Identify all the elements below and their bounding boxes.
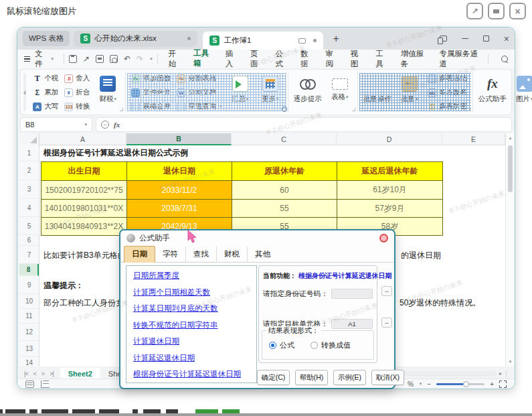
target-cell-input[interactable]: A1 xyxy=(331,319,373,329)
col-header-a[interactable]: A xyxy=(39,133,126,145)
dialog-titlebar[interactable]: 公式助手 xyxy=(120,230,394,245)
col-header-e[interactable]: E xyxy=(442,133,505,145)
col-header-c[interactable]: C xyxy=(232,133,337,145)
ribbon-item-caishui[interactable]: 财税▾ xyxy=(96,74,120,104)
ok-button[interactable]: 确定(C) xyxy=(257,370,290,385)
table-cell[interactable]: 60 xyxy=(232,181,337,200)
row-header[interactable]: 11 xyxy=(19,309,39,324)
row-header[interactable]: 7 xyxy=(19,246,39,264)
table-header-cell[interactable]: 退休日期 xyxy=(127,162,232,181)
scroll-right-icon[interactable]: ▸ xyxy=(499,370,502,376)
range-picker-button[interactable]: – xyxy=(381,286,392,296)
ribbon-item-merge-tables[interactable]: 表格合并 xyxy=(131,102,171,111)
table-cell[interactable]: 61岁10月 xyxy=(337,181,443,200)
menu-vas[interactable]: 增值服务 xyxy=(400,46,429,72)
row-header[interactable]: 6 xyxy=(19,235,39,246)
table-header-cell[interactable]: 出生日期 xyxy=(41,162,127,181)
row-header-selected[interactable]: 8 xyxy=(19,264,39,276)
chevron-down-icon[interactable]: ▾ xyxy=(420,381,422,387)
zoom-out-button[interactable]: − xyxy=(427,380,431,388)
sheet-tab-sheet2[interactable]: Sheet2 xyxy=(60,368,100,380)
search-icon[interactable] xyxy=(501,56,508,63)
zoom-slider[interactable] xyxy=(436,383,484,385)
function-link[interactable]: 计算某日期到月底的天数 xyxy=(133,303,250,314)
row-header[interactable]: 3 xyxy=(19,180,39,199)
function-link[interactable]: 转换不规范的日期字符串 xyxy=(133,320,250,330)
table-cell[interactable]: 55 xyxy=(232,200,337,218)
name-box[interactable]: B8 ▾ xyxy=(20,117,92,132)
table-cell[interactable]: 2038/7/31 xyxy=(127,200,232,218)
ribbon-item-fold[interactable]: ¥折合 xyxy=(64,88,90,97)
function-link[interactable]: 计算两个日期相差天数 xyxy=(133,287,250,297)
close-window-button[interactable]: × xyxy=(504,34,509,44)
radio-convert-value[interactable]: 转换成值 xyxy=(311,340,351,350)
first-sheet-button[interactable]: |< xyxy=(24,370,28,377)
row-header[interactable]: 9 xyxy=(19,276,39,294)
fit-view-button[interactable] xyxy=(488,3,505,19)
close-preview-button[interactable]: × xyxy=(509,3,526,19)
dialog-tab-lookup[interactable]: 查找 xyxy=(186,247,217,262)
group-launcher-icon[interactable] xyxy=(467,108,470,111)
select-all-corner[interactable] xyxy=(19,133,39,145)
cell-a1-title[interactable]: 根据身份证号计算延迟退休日期公式示例 xyxy=(43,147,188,159)
side-by-side-icon[interactable] xyxy=(440,36,447,42)
ribbon-item-freeze-sheets[interactable]: 多表冻结 xyxy=(428,74,467,83)
cell-a9-text[interactable]: 温馨提示： xyxy=(43,280,84,291)
table-cell[interactable]: 14010019801031**0X xyxy=(41,200,127,218)
function-link-selected[interactable]: 根据身份证号计算延迟退休日期 xyxy=(133,369,250,379)
ribbon-item-formula-helper[interactable]: fx 公式助手 xyxy=(478,74,507,104)
range-picker-button[interactable]: – xyxy=(381,318,392,328)
row-header[interactable]: 14 xyxy=(19,357,39,366)
table-header-cell[interactable]: 延迟后退休年龄 xyxy=(337,162,443,181)
maximize-button[interactable] xyxy=(483,36,489,42)
collapse-icon[interactable]: − xyxy=(101,121,109,129)
menu-data[interactable]: 数据 xyxy=(300,46,315,72)
ribbon-item-uppercase[interactable]: A大写 xyxy=(33,102,58,111)
save-icon[interactable] xyxy=(69,55,77,63)
row-header[interactable]: 5 xyxy=(19,217,39,235)
doc-tab-1[interactable]: S 心开始の未来.xlsx xyxy=(74,31,197,47)
table-cell[interactable]: 13040419840913**2X xyxy=(41,218,127,236)
table-cell[interactable]: 15020019720102**75 xyxy=(41,181,127,200)
dialog-tab-other[interactable]: 其他 xyxy=(248,247,278,262)
view-mode-list-icon[interactable] xyxy=(41,380,50,388)
output-icon[interactable]: ↗ xyxy=(83,55,90,63)
menu-home[interactable]: 开始 xyxy=(168,46,183,72)
view-mode-grid-icon[interactable] xyxy=(25,380,34,388)
table-cell[interactable]: 2033/11/2 xyxy=(127,181,232,200)
menu-page[interactable]: 页面 xyxy=(250,46,264,72)
menu-tools[interactable]: 工具 xyxy=(375,46,389,72)
last-sheet-button[interactable]: >| xyxy=(50,370,54,377)
ribbon-item-tax[interactable]: T个税 xyxy=(33,74,58,83)
ribbon-item-step-hint[interactable]: 逐步提示 xyxy=(294,74,322,104)
row-header[interactable]: 10 xyxy=(19,294,39,309)
ribbon-item-round[interactable]: .0舍入 xyxy=(64,74,90,83)
col-header-d[interactable]: D xyxy=(337,133,442,145)
menu-exclusive[interactable]: 专属服务通道 xyxy=(439,46,481,72)
menu-toolbox[interactable]: 工具箱 xyxy=(193,46,215,72)
dialog-tab-date[interactable]: 日期 xyxy=(124,246,155,263)
ribbon-item-sum[interactable]: Σ累加 xyxy=(33,88,58,97)
row-header[interactable]: 12 xyxy=(19,324,39,341)
print-preview-icon[interactable] xyxy=(110,55,118,63)
print-icon[interactable] xyxy=(96,55,104,63)
file-menu-button[interactable]: 文件 ▾ xyxy=(24,49,54,69)
table-header-cell[interactable]: 原退休年龄 xyxy=(232,162,337,181)
help-button[interactable]: 帮助(H) xyxy=(295,370,328,385)
open-external-button[interactable]: ↗ xyxy=(466,3,483,19)
menu-review[interactable]: 审阅 xyxy=(325,46,339,72)
formula-input[interactable]: − fx xyxy=(96,117,512,132)
menu-view[interactable]: 视图 xyxy=(350,46,365,72)
fullscreen-icon[interactable] xyxy=(499,380,507,388)
table-cell[interactable]: 57岁9月 xyxy=(337,200,443,218)
id-number-input[interactable] xyxy=(331,289,373,299)
scroll-up-icon[interactable]: ▴ xyxy=(506,135,514,141)
group-launcher-icon[interactable] xyxy=(282,108,286,111)
dialog-tab-char[interactable]: 字符 xyxy=(155,247,186,262)
row-header[interactable]: 2 xyxy=(19,161,39,180)
group-launcher-icon[interactable] xyxy=(120,108,123,111)
ribbon-item-convert[interactable]: 123转换 xyxy=(64,102,90,111)
group-launcher-icon[interactable] xyxy=(352,108,355,111)
ribbon-item-table[interactable]: 表格▾ xyxy=(328,74,352,102)
prev-sheet-button[interactable]: < xyxy=(33,370,36,377)
